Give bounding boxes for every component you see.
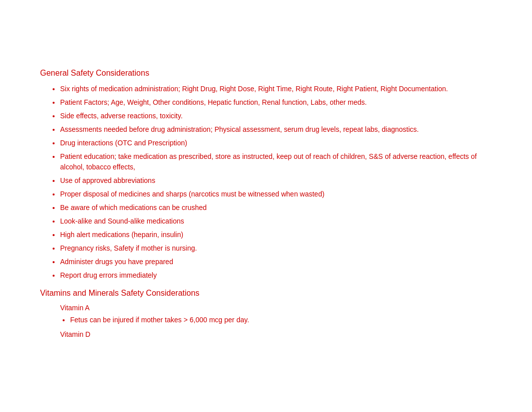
vitamin-a-title: Vitamin A: [60, 304, 492, 312]
vitamin-d-title: Vitamin D: [60, 330, 492, 338]
list-item: Assessments needed before drug administr…: [60, 124, 492, 135]
list-item: Six rights of medication administration;…: [60, 84, 492, 94]
list-item: Administer drugs you have prepared: [60, 257, 492, 267]
list-item: Patient Factors; Age, Weight, Other cond…: [60, 97, 492, 108]
subsection-vitamin-d: Vitamin D: [60, 330, 492, 338]
list-item: Use of approved abbreviations: [60, 175, 492, 186]
page-content: General Safety Considerations Six rights…: [40, 50, 492, 338]
list-item: Fetus can be injured if mother takes > 6…: [70, 315, 492, 325]
list-item: Look-alike and Sound-alike medications: [60, 216, 492, 227]
vitamin-a-bullets: Fetus can be injured if mother takes > 6…: [60, 315, 492, 325]
list-item: Patient education; take medication as pr…: [60, 151, 492, 172]
general-bullet-list: Six rights of medication administration;…: [40, 84, 492, 281]
list-item: Side effects, adverse reactions, toxicit…: [60, 111, 492, 121]
list-item: Report drug errors immediately: [60, 270, 492, 281]
list-item: Drug interactions (OTC and Prescription): [60, 138, 492, 148]
list-item: High alert medications (heparin, insulin…: [60, 230, 492, 240]
list-item: Be aware of which medications can be cru…: [60, 202, 492, 213]
list-item: Proper disposal of medicines and sharps …: [60, 189, 492, 199]
section-heading-general: General Safety Considerations: [40, 69, 492, 78]
list-item: Pregnancy risks, Safety if mother is nur…: [60, 243, 492, 254]
subsection-vitamin-a: Vitamin A Fetus can be injured if mother…: [60, 304, 492, 325]
section-heading-vitamins: Vitamins and Minerals Safety Considerati…: [40, 289, 492, 298]
